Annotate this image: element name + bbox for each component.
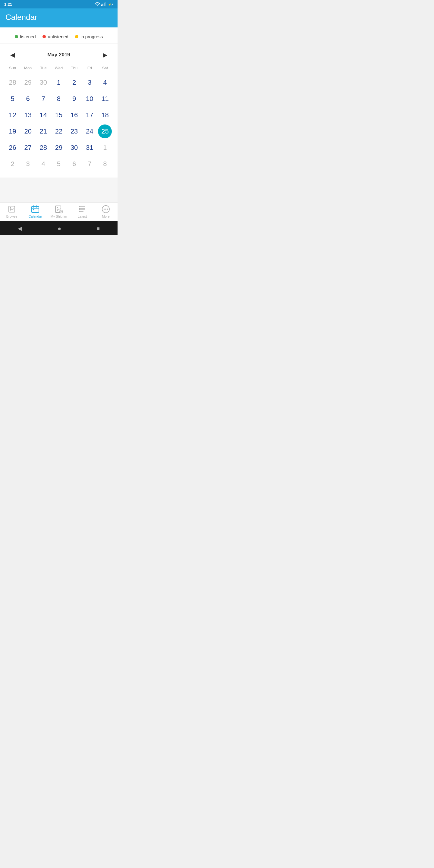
calendar-day-21[interactable]: 19 [5, 123, 20, 140]
status-time: 1:21 [4, 2, 12, 7]
battery-icon: ⚡ [107, 2, 113, 6]
calendar-day-28[interactable]: 26 [5, 140, 20, 156]
inprogress-label: in progress [81, 34, 103, 39]
status-bar: 1:21 ⚡ [0, 0, 118, 8]
legend-inprogress: in progress [75, 34, 103, 39]
calendar-day-11[interactable]: 9 [67, 91, 82, 107]
calendar-day-10[interactable]: 8 [51, 91, 66, 107]
month-year-label: May 2019 [47, 52, 70, 58]
calendar-day-12[interactable]: 10 [82, 91, 97, 107]
svg-point-28 [104, 209, 105, 210]
svg-rect-1 [102, 4, 103, 6]
home-button[interactable]: ● [58, 225, 61, 232]
calendar-day-30[interactable]: 28 [36, 140, 51, 156]
inprogress-dot [75, 35, 79, 38]
calendar-day-31[interactable]: 29 [51, 140, 66, 156]
more-label: More [102, 215, 110, 218]
calendar-day-16[interactable]: 14 [36, 107, 51, 123]
calendar-day-20[interactable]: 18 [97, 107, 113, 123]
calendar-day-24[interactable]: 22 [51, 123, 66, 140]
calendar-day-15[interactable]: 13 [20, 107, 36, 123]
more-icon [101, 205, 110, 213]
calendar-day-9[interactable]: 7 [36, 91, 51, 107]
svg-point-30 [107, 209, 108, 210]
svg-text:⚡: ⚡ [108, 3, 111, 6]
svg-point-29 [105, 209, 106, 210]
next-month-button[interactable]: ▶ [100, 50, 110, 60]
calendar-day-0[interactable]: 28 [5, 74, 20, 91]
nav-my-shiurim[interactable]: My Shiurim [50, 205, 68, 218]
browse-icon [7, 205, 16, 213]
calendar-day-34[interactable]: 1 [97, 140, 113, 156]
day-header-thu: Thu [67, 64, 82, 73]
nav-latest[interactable]: Latest [73, 205, 91, 218]
listened-dot [15, 35, 18, 38]
svg-rect-2 [104, 3, 104, 6]
calendar-day-23[interactable]: 21 [36, 123, 51, 140]
day-header-fri: Fri [82, 64, 97, 73]
calendar-day-4[interactable]: 2 [67, 74, 82, 91]
status-right: ⚡ [95, 2, 113, 6]
calendar-day-18[interactable]: 16 [67, 107, 82, 123]
calendar-day-32[interactable]: 30 [67, 140, 82, 156]
calendar-day-38[interactable]: 5 [51, 156, 66, 172]
unlistened-label: unlistened [48, 34, 68, 39]
calendar-day-25[interactable]: 23 [67, 123, 82, 140]
day-header-sun: Sun [5, 64, 20, 73]
day-header-sat: Sat [97, 64, 113, 73]
calendar-day-35[interactable]: 2 [5, 156, 20, 172]
calendar-day-8[interactable]: 6 [20, 91, 36, 107]
signal-icon [101, 2, 105, 6]
nav-calendar[interactable]: Calendar [26, 205, 44, 218]
calendar-day-39[interactable]: 6 [67, 156, 82, 172]
calendar-day-19[interactable]: 17 [82, 107, 97, 123]
svg-rect-14 [33, 209, 34, 210]
recents-button[interactable]: ■ [97, 226, 100, 231]
day-header-tue: Tue [36, 64, 51, 73]
calendar-container: ◀ May 2019 ▶ SunMonTueWedThuFriSat 28293… [0, 44, 118, 178]
calendar-day-37[interactable]: 4 [36, 156, 51, 172]
svg-rect-7 [113, 4, 113, 5]
svg-point-18 [61, 211, 62, 212]
calendar-day-5[interactable]: 3 [82, 74, 97, 91]
calendar-grid[interactable]: 2829301234567891011121314151617181920212… [5, 74, 113, 172]
my-shiurim-label: My Shiurim [50, 215, 67, 218]
day-header-mon: Mon [20, 64, 36, 73]
nav-more[interactable]: More [97, 205, 115, 218]
calendar-day-27[interactable]: 25 [97, 123, 113, 140]
calendar-day-2[interactable]: 30 [36, 74, 51, 91]
listened-label: listened [20, 34, 36, 39]
my-shiurim-icon [55, 205, 63, 213]
calendar-day-29[interactable]: 27 [20, 140, 36, 156]
unlistened-dot [42, 35, 46, 38]
calendar-day-3[interactable]: 1 [51, 74, 66, 91]
calendar-day-1[interactable]: 29 [20, 74, 36, 91]
month-nav: ◀ May 2019 ▶ [5, 47, 113, 64]
main-content: listened unlistened in progress ◀ May 20… [0, 27, 118, 202]
svg-point-25 [79, 209, 80, 210]
browse-label: Browse [6, 215, 18, 218]
back-button[interactable]: ◀ [18, 225, 22, 232]
nav-browse[interactable]: Browse [3, 205, 21, 218]
legend-unlistened: unlistened [42, 34, 68, 39]
svg-point-9 [10, 207, 11, 208]
calendar-day-33[interactable]: 31 [82, 140, 97, 156]
calendar-day-14[interactable]: 12 [5, 107, 20, 123]
calendar-day-22[interactable]: 20 [20, 123, 36, 140]
calendar-day-17[interactable]: 15 [51, 107, 66, 123]
legend-listened: listened [15, 34, 36, 39]
calendar-day-36[interactable]: 3 [20, 156, 36, 172]
day-header-wed: Wed [51, 64, 66, 73]
svg-rect-10 [32, 207, 39, 213]
calendar-day-6[interactable]: 4 [97, 74, 113, 91]
calendar-day-26[interactable]: 24 [82, 123, 97, 140]
svg-point-23 [79, 206, 80, 207]
calendar-day-7[interactable]: 5 [5, 91, 20, 107]
calendar-day-41[interactable]: 8 [97, 156, 113, 172]
prev-month-button[interactable]: ◀ [7, 50, 18, 60]
calendar-day-13[interactable]: 11 [97, 91, 113, 107]
calendar-nav-icon [31, 205, 39, 213]
calendar-day-40[interactable]: 7 [82, 156, 97, 172]
svg-rect-3 [104, 2, 105, 6]
latest-icon [78, 205, 87, 213]
